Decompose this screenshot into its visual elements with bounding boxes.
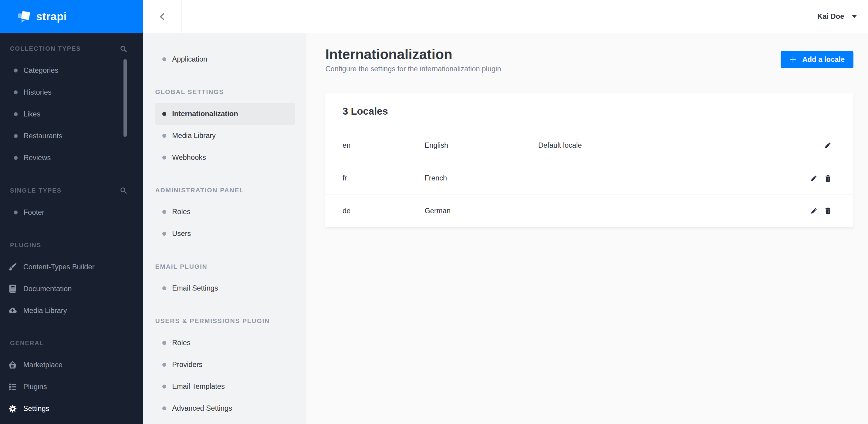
sidebar-item-label: Restaurants xyxy=(24,132,62,140)
edit-locale-button[interactable] xyxy=(810,175,818,182)
locales-count: 3 Locales xyxy=(325,93,854,129)
sidebar-item-footer[interactable]: Footer xyxy=(0,201,143,223)
bullet-icon xyxy=(14,90,18,94)
bullet-icon xyxy=(14,112,18,116)
sidebar-item-media-library[interactable]: Media Library xyxy=(0,300,143,322)
locale-code: de xyxy=(343,207,425,215)
page-subtitle: Configure the settings for the internati… xyxy=(325,65,854,73)
locale-row: deGerman xyxy=(325,194,854,227)
locale-row: frFrench xyxy=(325,162,854,194)
settings-item-label: Users xyxy=(172,230,191,238)
settings-item-roles[interactable]: Roles xyxy=(155,332,295,354)
locale-name: French xyxy=(425,174,538,182)
bullet-icon xyxy=(162,112,166,116)
sidebar-section: PLUGINSContent-Types BuilderDocumentatio… xyxy=(0,234,143,322)
sidebar-item-reviews[interactable]: Reviews xyxy=(0,147,143,169)
delete-locale-button[interactable] xyxy=(824,207,832,215)
settings-group: ADMINISTRATION PANELRolesUsers xyxy=(143,179,306,245)
settings-item-label: Roles xyxy=(172,339,190,347)
locales-table: enEnglishDefault localefrFrenchdeGerman xyxy=(325,129,854,227)
search-icon[interactable] xyxy=(120,187,127,194)
bullet-icon xyxy=(162,286,166,290)
edit-locale-button[interactable] xyxy=(824,142,832,149)
sidebar-scrollbar[interactable] xyxy=(123,59,127,137)
settings-group-header: GLOBAL SETTINGS xyxy=(143,81,306,103)
settings-item-label: Email Templates xyxy=(172,383,225,391)
sidebar-section-title: SINGLE TYPES xyxy=(10,187,62,194)
bullet-icon xyxy=(162,406,166,410)
sidebar-item-categories[interactable]: Categories xyxy=(0,60,143,81)
settings-item-application[interactable]: Application xyxy=(155,48,295,70)
locale-actions xyxy=(804,175,831,182)
sidebar-section-header: COLLECTION TYPES xyxy=(0,38,143,60)
paint-brush-icon xyxy=(8,262,17,271)
book-icon xyxy=(8,284,17,293)
settings-item-users[interactable]: Users xyxy=(155,223,295,245)
main-content: Internationalization Configure the setti… xyxy=(306,33,868,424)
settings-item-label: Internationalization xyxy=(172,110,238,118)
shopping-basket-icon xyxy=(8,361,17,369)
sidebar-section-header: SINGLE TYPES xyxy=(0,180,143,201)
sidebar-item-label: Categories xyxy=(24,66,59,75)
settings-item-label: Roles xyxy=(172,208,190,216)
sidebar-item-plugins[interactable]: Plugins xyxy=(0,376,143,398)
bullet-icon xyxy=(162,134,166,138)
bullet-icon xyxy=(162,57,166,61)
back-button[interactable] xyxy=(143,0,182,33)
bullet-icon xyxy=(162,385,166,389)
settings-item-media-library[interactable]: Media Library xyxy=(155,125,295,146)
settings-item-label: Email Settings xyxy=(172,284,218,292)
locale-name: German xyxy=(425,207,538,215)
user-menu[interactable]: Kai Doe xyxy=(817,12,868,21)
settings-item-email-templates[interactable]: Email Templates xyxy=(155,376,295,397)
add-locale-button[interactable]: Add a locale xyxy=(781,51,854,68)
sidebar-item-content-types-builder[interactable]: Content-Types Builder xyxy=(0,256,143,278)
sidebar-item-likes[interactable]: Likes xyxy=(0,103,143,125)
settings-item-email-settings[interactable]: Email Settings xyxy=(155,278,295,299)
bullet-icon xyxy=(162,341,166,345)
sidebar-item-label: Media Library xyxy=(23,306,67,315)
sidebar-item-marketplace[interactable]: Marketplace xyxy=(0,354,143,376)
locale-code: fr xyxy=(343,174,425,182)
strapi-admin: strapi COLLECTION TYPESCategoriesHistori… xyxy=(0,0,868,424)
settings-item-providers[interactable]: Providers xyxy=(155,354,295,376)
page-title: Internationalization xyxy=(325,46,854,63)
delete-locale-button[interactable] xyxy=(824,175,832,182)
caret-down-icon xyxy=(851,14,857,19)
settings-item-advanced-settings[interactable]: Advanced Settings xyxy=(155,397,295,419)
settings-item-webhooks[interactable]: Webhooks xyxy=(155,146,295,168)
sidebar-item-documentation[interactable]: Documentation xyxy=(0,278,143,300)
bullet-icon xyxy=(14,134,18,138)
sidebar-section-header: GENERAL xyxy=(0,332,143,354)
settings-item-label: Media Library xyxy=(172,132,216,140)
strapi-logo[interactable]: strapi xyxy=(0,0,143,33)
sidebar-item-label: Marketplace xyxy=(23,361,62,369)
bullet-icon xyxy=(162,156,166,160)
search-icon[interactable] xyxy=(120,45,127,53)
settings-item-label: Advanced Settings xyxy=(172,404,232,413)
chevron-left-icon xyxy=(158,12,166,21)
settings-item-internationalization[interactable]: Internationalization xyxy=(155,103,295,125)
edit-locale-button[interactable] xyxy=(810,207,818,215)
settings-group-header: EMAIL PLUGIN xyxy=(143,256,306,278)
sidebar-item-histories[interactable]: Histories xyxy=(0,81,143,103)
main-sidebar: strapi COLLECTION TYPESCategoriesHistori… xyxy=(0,0,143,424)
settings-item-roles[interactable]: Roles xyxy=(155,201,295,223)
locale-row: enEnglishDefault locale xyxy=(325,129,854,162)
sidebar-item-settings[interactable]: Settings xyxy=(0,398,143,420)
sidebar-item-label: Footer xyxy=(24,208,44,217)
locale-default-note: Default locale xyxy=(538,141,818,150)
locale-actions xyxy=(804,207,831,215)
locales-card: 3 Locales enEnglishDefault localefrFrenc… xyxy=(325,93,854,227)
sidebar-section-title: GENERAL xyxy=(10,340,44,347)
sidebar-section: COLLECTION TYPESCategoriesHistoriesLikes… xyxy=(0,38,143,169)
sidebar-section-header: PLUGINS xyxy=(0,234,143,256)
sidebar-item-restaurants[interactable]: Restaurants xyxy=(0,125,143,147)
cloud-upload-icon xyxy=(8,306,17,315)
settings-item-label: Application xyxy=(172,55,207,63)
sidebar-section-title: COLLECTION TYPES xyxy=(10,45,81,52)
settings-group-header: USERS & PERMISSIONS PLUGIN xyxy=(143,310,306,332)
list-icon xyxy=(8,383,17,391)
bullet-icon xyxy=(162,210,166,214)
bullet-icon xyxy=(14,210,18,215)
